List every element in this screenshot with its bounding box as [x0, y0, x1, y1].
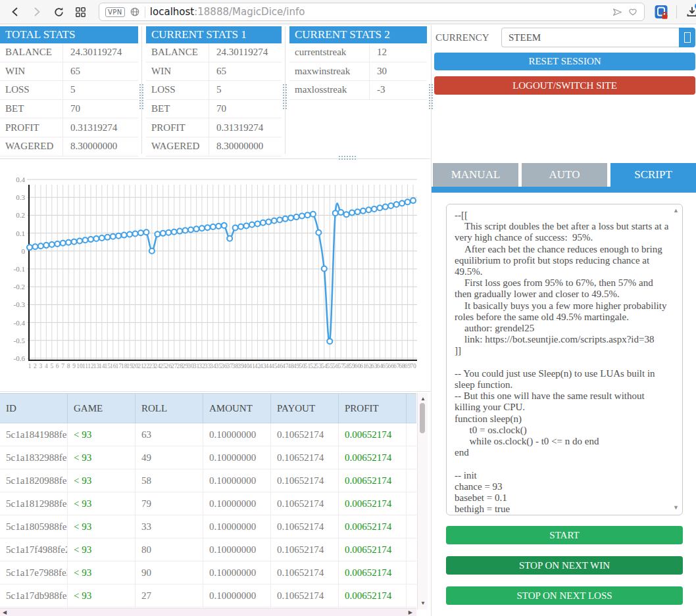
stat-label: BET — [0, 100, 63, 118]
column-header[interactable]: AMOUNT — [203, 394, 271, 423]
stat-value: 5 — [63, 81, 76, 99]
scrollbar-thumb[interactable] — [420, 403, 425, 433]
splitter-handle[interactable] — [428, 83, 434, 110]
stat-label: WAGERED — [0, 137, 63, 156]
bet-cell: 5c1a1841988fe2 — [0, 423, 68, 446]
scroll-right-icon[interactable]: ▶ — [409, 610, 412, 615]
url-text[interactable]: localhost:18888/MagicDice/info — [150, 6, 607, 18]
stat-row: maxlosstreak-3 — [289, 81, 427, 100]
stat-value: 24.30119274 — [63, 43, 122, 62]
stat-label: maxwinstreak — [289, 62, 370, 81]
bet-cell: < 93 — [68, 423, 136, 446]
splitter-handle[interactable] — [139, 83, 145, 110]
bet-cell: 0.10000000 — [203, 469, 271, 492]
svg-text:9: 9 — [72, 363, 76, 369]
current-stats-2-table: CURRENT STATS 2 currentstreak12maxwinstr… — [289, 26, 427, 100]
bet-cell: 58 — [136, 469, 203, 492]
bet-cell: 0.10000000 — [203, 515, 271, 538]
scroll-left-icon[interactable]: ◀ — [3, 610, 7, 615]
splitter-handle[interactable] — [282, 83, 288, 110]
stat-row: WIN65 — [0, 62, 138, 82]
column-header[interactable]: ROLL — [136, 394, 203, 423]
bet-cell: 0.10652174 — [271, 584, 339, 607]
tab-script[interactable]: SCRIPT — [610, 163, 696, 187]
profit-chart-svg: 0.40.30.20.10-0.1-0.2-0.3-0.4-0.5-0.6123… — [0, 162, 429, 380]
bet-cell: 63 — [136, 423, 203, 446]
column-header[interactable]: PAYOUT — [271, 394, 339, 423]
password-extension-icon[interactable] — [653, 4, 669, 20]
stat-value: 0.31319274 — [209, 118, 263, 137]
bet-cell: 49 — [136, 446, 203, 469]
bet-cell: 0.10000000 — [203, 538, 271, 561]
bet-cell-filler — [407, 446, 416, 469]
stat-value: 65 — [63, 62, 80, 81]
tab-manual[interactable]: MANUAL — [433, 163, 518, 187]
bet-cell: 0.10652174 — [271, 423, 339, 446]
bet-cell: 0.10000000 — [203, 492, 271, 515]
tab-auto[interactable]: AUTO — [522, 163, 607, 187]
back-icon[interactable] — [9, 6, 21, 18]
share-icon[interactable] — [612, 7, 623, 18]
bet-cell: 33 — [136, 515, 203, 538]
url-divider — [145, 7, 145, 18]
stop-on-next-win-button[interactable]: STOP ON NEXT WIN — [446, 556, 683, 575]
svg-text:0: 0 — [22, 247, 26, 255]
reload-icon[interactable] — [53, 6, 64, 18]
stat-value: -3 — [370, 81, 385, 99]
bet-row: 5c1a1820988fe2< 93580.100000000.10652174… — [0, 469, 416, 492]
currency-input[interactable] — [501, 28, 679, 47]
stat-label: WIN — [0, 62, 63, 81]
bet-cell: 5c1a1832988fe2 — [0, 446, 68, 469]
horizontal-scrollbar[interactable]: ◀ ▶ — [0, 608, 416, 616]
downloads-icon[interactable] — [685, 5, 696, 19]
reset-session-button[interactable]: RESET SESSION — [434, 53, 695, 70]
main-vertical-divider — [431, 25, 432, 616]
scroll-up-icon[interactable]: ▲ — [673, 208, 679, 214]
bookmark-heart-icon[interactable] — [628, 7, 638, 17]
bet-history-table: IDGAMEROLLAMOUNTPAYOUTPROFIT 5c1a1841988… — [0, 393, 416, 608]
url-path: :18888/MagicDice/info — [194, 6, 305, 18]
stat-label: BALANCE — [146, 43, 209, 62]
bet-cell-filler — [407, 469, 416, 492]
bet-cell: 0.00652174 — [339, 469, 407, 492]
scroll-up-icon[interactable]: ▲ — [420, 396, 426, 402]
bet-cell: < 93 — [68, 446, 136, 469]
logout-switch-site-button[interactable]: LOGOUT/SWITCH SITE — [434, 76, 695, 95]
start-button[interactable]: START — [446, 526, 683, 544]
stat-value: 70 — [63, 100, 80, 118]
currency-dropdown-button[interactable] — [679, 28, 695, 47]
stat-value: 5 — [209, 81, 222, 99]
column-header-filler — [407, 394, 416, 423]
stop-on-next-loss-button[interactable]: STOP ON NEXT LOSS — [446, 586, 683, 605]
scroll-down-icon[interactable]: ▼ — [420, 601, 426, 606]
stat-row: maxwinstreak30 — [289, 62, 427, 82]
stat-row: LOSS5 — [146, 81, 282, 100]
bet-cell: 0.10652174 — [271, 446, 339, 469]
bet-cell: 0.00652174 — [339, 446, 407, 469]
svg-text:70: 70 — [410, 363, 416, 369]
svg-text:2: 2 — [34, 363, 37, 369]
script-editor[interactable]: --[[ This script doubles the bet after a… — [446, 204, 683, 515]
bet-row: 5c1a1841988fe2< 93630.100000000.10652174… — [0, 423, 416, 446]
column-header[interactable]: ID — [0, 394, 68, 423]
bet-cell: 0.10652174 — [271, 492, 339, 515]
svg-text:-0.5: -0.5 — [14, 337, 26, 344]
bet-cell: < 93 — [68, 561, 136, 584]
splitter-handle[interactable] — [338, 155, 357, 161]
tab-grid-icon[interactable] — [74, 6, 86, 18]
column-header[interactable]: GAME — [68, 394, 136, 423]
stat-row: PROFIT0.31319274 — [0, 118, 138, 137]
toolbar-divider — [676, 5, 677, 18]
vertical-scrollbar[interactable]: ▲ ▼ — [417, 393, 428, 609]
svg-text:1: 1 — [28, 363, 32, 369]
svg-text:-0.3: -0.3 — [14, 300, 26, 308]
bet-cell: 0.10652174 — [271, 469, 339, 492]
scroll-down-icon[interactable]: ▼ — [673, 505, 679, 511]
forward-icon[interactable] — [31, 6, 43, 18]
browser-toolbar: VPN localhost:18888/MagicDice/info — [0, 0, 696, 24]
url-bar[interactable]: VPN localhost:18888/MagicDice/info — [99, 3, 645, 21]
column-header[interactable]: PROFIT — [339, 394, 407, 423]
current-stats-1-table: CURRENT STATS 1 BALANCE24.30119274WIN65L… — [146, 26, 282, 156]
stat-label: LOSS — [146, 81, 209, 99]
site-info-globe-icon[interactable] — [130, 7, 140, 17]
